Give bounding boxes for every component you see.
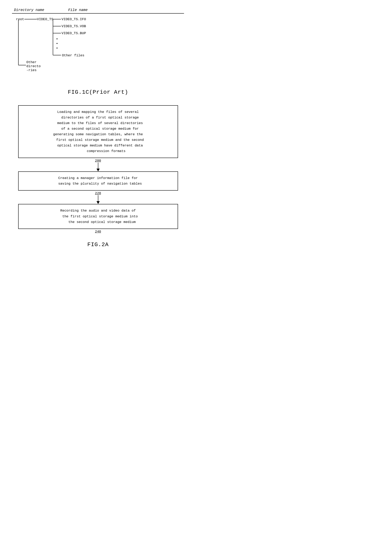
box-200-label: 200 <box>95 159 101 163</box>
fig1c-section: Directory name File name root VIDEO_TS O… <box>12 8 184 95</box>
arrow-head-1 <box>97 169 100 172</box>
other-dir-line1: Other <box>26 60 37 64</box>
fig2a-caption: FIG.2A <box>12 241 184 248</box>
box-240-label: 240 <box>95 230 101 233</box>
root-text: root <box>16 17 24 21</box>
dir-name-label: Directory name <box>14 8 44 12</box>
other-dir-line2: directo <box>26 64 41 68</box>
box-220-label: 220 <box>95 191 101 195</box>
svg-text:•: • <box>56 42 58 46</box>
arrow-2 <box>97 195 100 204</box>
arrow-line-2 <box>98 195 98 201</box>
box-200: Loading and mapping the files of several… <box>18 105 178 158</box>
arrow-1 <box>97 163 100 172</box>
video-ts-text: VIDEO_TS <box>37 17 53 21</box>
box-220-text: Creating a manager information file for … <box>54 176 142 186</box>
bup-text: VIDEO_TS.BUP <box>61 31 86 35</box>
vob-text: VIDEO_TS.VOB <box>61 24 86 28</box>
file-name-label: File name <box>68 8 88 12</box>
box-200-text: Loading and mapping the files of several… <box>52 110 144 153</box>
top-divider <box>12 13 184 14</box>
box-240: Recording the audio and video data of th… <box>18 204 178 229</box>
tree-diagram: root VIDEO_TS Other directo -ries VIDEO_… <box>14 15 134 79</box>
box-240-text: Recording the audio and video data of th… <box>58 209 138 224</box>
flow-block-240: Recording the audio and video data of th… <box>18 204 178 233</box>
arrow-line-1 <box>98 163 98 169</box>
svg-text:•: • <box>56 37 58 41</box>
flow-block-200: Loading and mapping the files of several… <box>18 105 178 163</box>
arrow-head-2 <box>97 201 100 204</box>
flowchart-2a: Loading and mapping the files of several… <box>12 105 184 233</box>
directory-tree: root VIDEO_TS Other directo -ries VIDEO_… <box>14 15 184 79</box>
ifo-text: VIDEO_TS.IFO <box>61 17 86 21</box>
fig1c-caption: FIG.1C(Prior Art) <box>12 89 184 95</box>
directory-header: Directory name File name <box>12 8 184 12</box>
box-220: Creating a manager information file for … <box>18 172 178 190</box>
flow-block-220: Creating a manager information file for … <box>18 172 178 195</box>
other-dir-line3: -ries <box>26 68 37 72</box>
svg-text:•: • <box>56 46 58 50</box>
other-files-text: Other files <box>62 54 84 57</box>
